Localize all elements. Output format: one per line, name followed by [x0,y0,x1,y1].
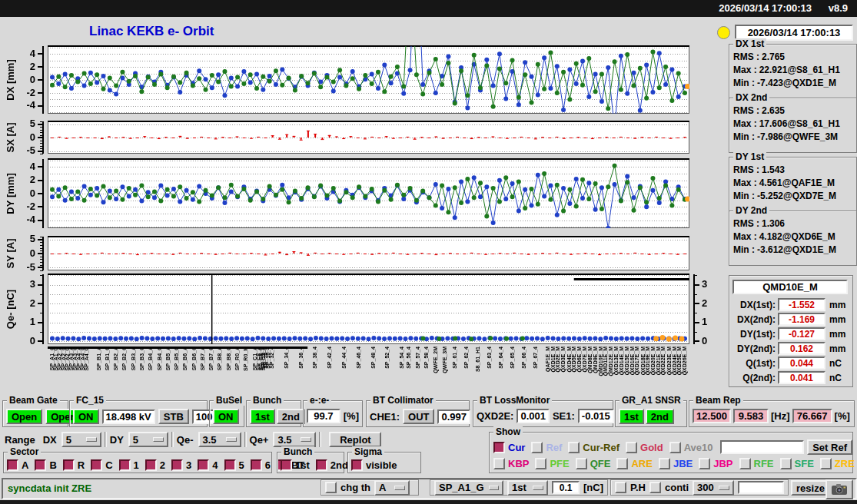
checkbox-label: visible [366,459,397,471]
checkbox-2[interactable] [145,459,157,471]
stats-box-title: DY 1st [733,151,766,162]
show-row-2: KBPPFEQFEAREJBEJBPRFESFEZRE [490,458,852,469]
monitor-x-label: QMD9E_M [593,346,598,373]
screenshot-button[interactable] [825,479,853,499]
range-qe-minus-select[interactable]: 3.5 [198,432,241,447]
threshold-unit: [nC] [583,482,603,493]
sector-select[interactable]: A [374,480,410,496]
checkbox-qfe[interactable] [576,458,587,469]
checkbox-label: ARE [631,458,652,469]
checkbox-6[interactable] [251,459,262,471]
bunch-1st-button[interactable]: 1st [250,409,275,424]
checkbox-4[interactable] [198,459,209,471]
monitor-name-box[interactable]: QMD10E_M [732,280,848,294]
checkbox-ave10[interactable] [669,442,681,453]
checkbox-c[interactable] [91,459,102,471]
option-menu-icon [394,486,405,490]
checkbox-kbp[interactable] [493,458,505,469]
checkbox-label: 1st [295,459,310,471]
checkbox-cur[interactable] [493,442,505,453]
fc15-group: FC_15 ON 18.498 kV STB 100 % [69,400,208,427]
range-dx-select[interactable]: 5 [61,432,101,447]
monitor-value-row: DY(1st):-0.127mm [729,327,852,341]
monitor-x-label: SP_54_4 [399,346,404,369]
monitor-select[interactable]: SP_A1_G [434,480,503,496]
fc15-on-button[interactable]: ON [73,409,99,424]
beam-gate-open-button-1[interactable]: Open [6,409,42,424]
blank-input[interactable] [738,481,784,494]
qxd2e-readout: 0.001 [517,409,550,423]
monitor-row-unit: mm [829,343,845,354]
titlebar-datetime: 2026/03/14 17:00:13 [719,2,812,14]
chg-th-checkbox[interactable] [325,482,337,493]
monitor-value-row: Q(1st):0.044nC [729,356,852,370]
monitor-x-label: SP_A4_G [84,346,89,371]
region-checkboxes: KBPPFEQFEAREJBEJBPRFESFEZRE [493,458,857,469]
busel-on-button[interactable]: ON [213,409,239,424]
monitor-x-label: SP_52_4 [384,346,390,369]
monitor-x-label: SP_B1_A [96,346,101,370]
checkbox-label: 3 [186,459,191,471]
group-title: FC_15 [74,395,106,406]
snsr-2nd-button[interactable]: 2nd [646,409,674,424]
replot-button[interactable]: Replot [329,432,381,447]
monitor-x-label: QXD17E_M [634,346,639,375]
checkbox-label: RFE [754,458,774,469]
range-qe-plus-value: 3.5 [277,434,291,446]
checkbox-ref[interactable] [531,442,543,453]
checkbox-a[interactable] [7,459,18,471]
sector-group: Sector ABRC123456BT [3,452,272,473]
ref-name-input[interactable] [720,440,804,454]
monitor-x-label: QXD3E_M [560,346,566,372]
monitor-x-label: QXD23E_M [666,346,672,375]
conti-checkbox[interactable] [649,482,661,493]
checkbox-b[interactable] [35,459,46,471]
monitor-x-label: SP_B7_A [200,346,205,370]
monitor-x-label: SP_67_4 [533,346,538,369]
ph-checkbox[interactable] [615,482,626,493]
checkbox-pfe[interactable] [535,458,546,469]
checkbox-1st[interactable] [281,459,292,471]
checkbox-3[interactable] [171,459,183,471]
bunch-select-value: 1st [512,482,526,493]
count-select[interactable]: 300 [693,480,734,496]
bunch-2nd-button[interactable]: 2nd [277,409,305,424]
checkbox-5[interactable] [224,459,236,471]
stats-box-dx-1st: DX 1st RMS :2.765 Max :22.921@S8_61_H1 M… [729,44,857,99]
checkbox-visible[interactable] [351,459,363,471]
beam-rep-rate1-readout: 12.500 [693,409,731,423]
stats-box-dy-2nd: DY 2nd RMS :1.306 Max :4.182@QXD6E_M Min… [729,211,857,266]
monitor-row-value: 0.041 [778,371,825,384]
checkbox-zre[interactable] [820,458,832,469]
checkbox-rfe[interactable] [739,458,751,469]
monitor-x-label: QXD26E_M [682,346,687,375]
monitor-row-label: DX(1st): [729,300,776,310]
bunch-select[interactable]: 1st [507,480,548,496]
checkbox-jbp[interactable] [699,458,710,469]
che1-out-button[interactable]: OUT [403,409,434,424]
checkbox-sfe[interactable] [780,458,792,469]
monitor-x-label: SP_B1_C [105,346,110,370]
checkbox-are[interactable] [616,458,628,469]
monitor-row-label: DX(2nd): [729,314,776,325]
checkbox-r[interactable] [63,459,75,471]
range-qe-plus-select[interactable]: 3.5 [273,432,316,447]
checkbox-jbe[interactable] [659,458,670,469]
range-dy-select[interactable]: 5 [128,432,168,447]
snsr-1st-button[interactable]: 1st [619,409,644,424]
set-ref-button[interactable]: Set Ref [807,439,852,455]
monitor-x-label: SP_R0_A [234,346,240,370]
max-line: Max :22.921@S8_61_H1 [733,64,856,77]
checkbox-gold[interactable] [626,442,637,453]
checkbox-2nd[interactable] [316,459,327,471]
threshold-input[interactable]: 0.1 [552,481,580,494]
fc15-kv-readout: 18.498 kV [102,410,155,424]
checkbox-cur-ref[interactable] [568,442,580,453]
min-label: Min : [733,244,755,255]
checkbox-1[interactable] [119,459,131,471]
resize-button[interactable]: resize [791,480,830,496]
group-title: Bunch [281,446,314,457]
fc15-stb-button[interactable]: STB [158,409,189,424]
camera-icon [832,484,847,495]
monitor-x-label: QXD6E_M [576,346,582,372]
